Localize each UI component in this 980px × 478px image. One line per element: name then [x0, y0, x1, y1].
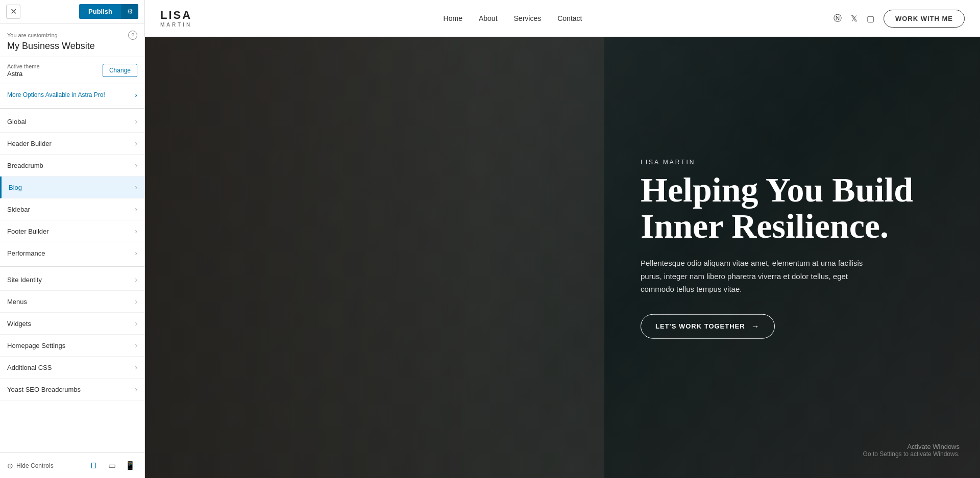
- menu-separator-1: [0, 108, 144, 109]
- menu-item-label-yoast-seo: Yoast SEO Breadcrumbs: [7, 386, 81, 393]
- mobile-device-icon[interactable]: 📱: [123, 459, 137, 473]
- chevron-right-icon-yoast-seo: ›: [135, 385, 137, 393]
- customizing-text: You are customizing: [7, 32, 58, 38]
- menu-item-yoast-seo[interactable]: Yoast SEO Breadcrumbs ›: [0, 379, 144, 400]
- menu-item-label-sidebar: Sidebar: [7, 206, 30, 213]
- menu-item-label-blog: Blog: [9, 184, 22, 191]
- chevron-right-icon-performance: ›: [135, 249, 137, 257]
- customizing-section: You are customizing ? My Business Websit…: [0, 23, 144, 57]
- logo-subtitle: MARTIN: [160, 22, 192, 28]
- promo-label: More Options Available in Astra Pro!: [7, 91, 105, 98]
- menu-item-label-widgets: Widgets: [7, 320, 31, 328]
- cta-button[interactable]: LET'S WORK TOGETHER →: [641, 314, 775, 338]
- tablet-device-icon[interactable]: ▭: [105, 459, 119, 473]
- menu-item-label-homepage-settings: Homepage Settings: [7, 342, 65, 349]
- instagram-icon[interactable]: ▢: [867, 14, 874, 23]
- menu-item-label-additional-css: Additional CSS: [7, 364, 52, 371]
- menu-item-label-menus: Menus: [7, 298, 27, 306]
- bottom-bar: ⊙ Hide Controls 🖥 ▭ 📱: [0, 452, 144, 478]
- headline-line-1: Helping You Build: [641, 170, 913, 209]
- site-navigation: Home About Services Contact: [444, 14, 582, 22]
- menu-item-menus[interactable]: Menus ›: [0, 291, 144, 313]
- chevron-right-icon-widgets: ›: [135, 319, 137, 328]
- chevron-right-icon-blog: ›: [135, 183, 137, 191]
- menu-item-label-site-identity: Site Identity: [7, 276, 42, 284]
- menu-item-breadcrumb[interactable]: Breadcrumb ›: [0, 155, 144, 177]
- chevron-right-icon-additional-css: ›: [135, 363, 137, 371]
- activate-windows-watermark: Activate Windows Go to Settings to activ…: [863, 443, 960, 458]
- menu-item-label-performance: Performance: [7, 249, 45, 257]
- activate-windows-title: Activate Windows: [863, 443, 960, 450]
- logo-name: LISA: [160, 10, 192, 21]
- menu-item-additional-css[interactable]: Additional CSS ›: [0, 357, 144, 379]
- site-logo: LISA MARTIN: [160, 10, 192, 28]
- preview-area: LISA MARTIN Home About Services Contact …: [145, 0, 980, 478]
- nav-contact[interactable]: Contact: [557, 14, 582, 22]
- work-with-me-button[interactable]: WORK WITH ME: [884, 10, 965, 28]
- promo-menu-item[interactable]: More Options Available in Astra Pro! ›: [0, 84, 144, 106]
- desktop-device-icon[interactable]: 🖥: [86, 459, 101, 473]
- chevron-right-icon-homepage-settings: ›: [135, 341, 137, 349]
- menu-item-label-global: Global: [7, 118, 27, 125]
- website-preview: LISA MARTIN Home About Services Contact …: [145, 0, 980, 478]
- customizer-panel: ✕ Publish ⚙ You are customizing ? My Bus…: [0, 0, 145, 478]
- hide-controls-label: Hide Controls: [16, 462, 54, 469]
- menu-separator-2: [0, 266, 144, 267]
- menu-item-label-header-builder: Header Builder: [7, 140, 52, 147]
- menu-items: More Options Available in Astra Pro! › G…: [0, 84, 144, 452]
- twitter-icon[interactable]: 𝕏: [851, 14, 857, 23]
- nav-services[interactable]: Services: [514, 14, 542, 22]
- menu-item-blog[interactable]: Blog ›: [0, 177, 144, 198]
- menu-item-global[interactable]: Global ›: [0, 111, 144, 133]
- nav-home[interactable]: Home: [444, 14, 462, 22]
- menu-item-label-breadcrumb: Breadcrumb: [7, 162, 43, 169]
- close-button[interactable]: ✕: [6, 5, 20, 19]
- activate-windows-subtitle: Go to Settings to activate Windows.: [863, 450, 960, 458]
- menu-item-performance[interactable]: Performance ›: [0, 242, 144, 264]
- chevron-right-icon-global: ›: [135, 117, 137, 125]
- top-bar: ✕ Publish ⚙: [0, 0, 144, 23]
- menu-item-sidebar[interactable]: Sidebar ›: [0, 198, 144, 220]
- menu-items-container: Global › Header Builder › Breadcrumb › B…: [0, 111, 144, 400]
- menu-item-header-builder[interactable]: Header Builder ›: [0, 133, 144, 155]
- hero-content: LISA MARTIN Helping You Build Inner Resi…: [641, 158, 913, 338]
- site-header: LISA MARTIN Home About Services Contact …: [145, 0, 980, 37]
- customizing-label: You are customizing ?: [7, 31, 137, 40]
- headline-line-2: Inner Resilience.: [641, 207, 889, 245]
- header-right: Ⓝ 𝕏 ▢ WORK WITH ME: [834, 10, 965, 28]
- promo-chevron-right-icon: ›: [135, 91, 137, 99]
- menu-item-footer-builder[interactable]: Footer Builder ›: [0, 220, 144, 242]
- device-icons: 🖥 ▭ 📱: [86, 459, 137, 473]
- menu-item-widgets[interactable]: Widgets ›: [0, 313, 144, 335]
- publish-button[interactable]: Publish: [79, 4, 121, 19]
- cta-label: LET'S WORK TOGETHER: [655, 322, 745, 330]
- chevron-right-icon-breadcrumb: ›: [135, 161, 137, 169]
- chevron-right-icon-footer-builder: ›: [135, 227, 137, 235]
- menu-item-site-identity[interactable]: Site Identity ›: [0, 269, 144, 291]
- menu-item-homepage-settings[interactable]: Homepage Settings ›: [0, 335, 144, 357]
- hide-controls-button[interactable]: ⊙ Hide Controls: [7, 462, 54, 470]
- hero-author: LISA MARTIN: [641, 158, 913, 165]
- eye-icon: ⊙: [7, 462, 13, 470]
- help-icon[interactable]: ?: [128, 31, 137, 40]
- change-theme-button[interactable]: Change: [103, 64, 137, 77]
- theme-info: Active theme Astra: [7, 63, 40, 78]
- chevron-right-icon-header-builder: ›: [135, 139, 137, 147]
- publish-area: Publish ⚙: [79, 4, 138, 19]
- active-theme-label: Active theme: [7, 63, 40, 69]
- active-theme-section: Active theme Astra Change: [0, 57, 144, 84]
- chevron-right-icon-site-identity: ›: [135, 275, 137, 284]
- theme-name: Astra: [7, 70, 40, 78]
- hero-headline: Helping You Build Inner Resilience.: [641, 171, 913, 244]
- cta-arrow-icon: →: [751, 321, 760, 331]
- facebook-icon[interactable]: Ⓝ: [834, 13, 842, 24]
- chevron-right-icon-menus: ›: [135, 297, 137, 306]
- site-name: My Business Website: [7, 41, 137, 52]
- publish-gear-button[interactable]: ⚙: [121, 4, 138, 19]
- hero-subtext: Pellentesque odio aliquam vitae amet, el…: [641, 257, 875, 296]
- nav-about[interactable]: About: [479, 14, 498, 22]
- chevron-right-icon-sidebar: ›: [135, 205, 137, 213]
- menu-item-label-footer-builder: Footer Builder: [7, 228, 49, 235]
